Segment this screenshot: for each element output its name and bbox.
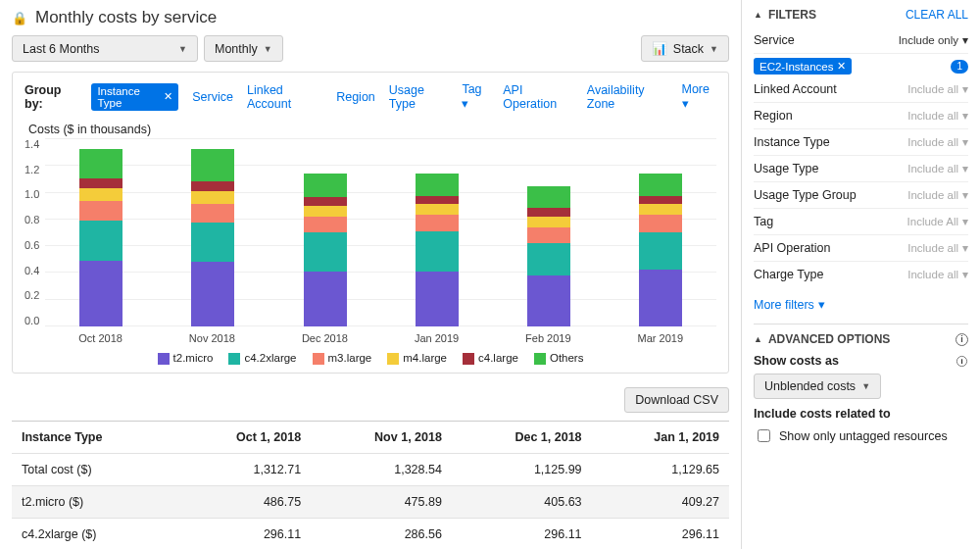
close-icon[interactable]: ✕ (837, 60, 846, 73)
untagged-checkbox[interactable] (758, 429, 770, 442)
bar-segment-c4-large[interactable] (527, 208, 570, 216)
bar-segment-m4-large[interactable] (416, 204, 459, 215)
more-filters-link[interactable]: More filters ▾ (754, 297, 825, 312)
legend-item[interactable]: Others (534, 352, 584, 365)
group-by-option-api-operation[interactable]: API Operation (503, 83, 573, 111)
group-by-option-linked-account[interactable]: Linked Account (247, 83, 322, 111)
bar-segment-c4-large[interactable] (191, 181, 234, 191)
info-icon[interactable]: i (956, 333, 968, 346)
bar-segment-c4-2xlarge[interactable] (304, 232, 347, 272)
bar-segment-m3-large[interactable] (191, 204, 234, 223)
bar-segment-c4-2xlarge[interactable] (527, 243, 570, 275)
filter-value[interactable]: Include all ▾ (907, 135, 968, 149)
filter-value[interactable]: Include only ▾ (899, 33, 968, 47)
filter-row-charge-type[interactable]: Charge TypeInclude all ▾ (754, 262, 968, 287)
bar-column[interactable] (304, 174, 347, 326)
bar-segment-c4-2xlarge[interactable] (416, 231, 459, 272)
bar-segment-Others[interactable] (79, 149, 122, 178)
filter-row-usage-type-group[interactable]: Usage Type GroupInclude all ▾ (754, 182, 968, 209)
bar-segment-Others[interactable] (639, 174, 682, 196)
table-header[interactable]: Dec 1, 2018 (452, 421, 592, 453)
download-csv-button[interactable]: Download CSV (624, 387, 729, 413)
group-by-option-tag[interactable]: Tag ▾ (462, 82, 489, 111)
time-range-dropdown[interactable]: Last 6 Months ▼ (12, 35, 198, 62)
bar-segment-t2-micro[interactable] (191, 262, 234, 326)
advanced-header[interactable]: ▲ ADVANCED OPTIONS i (754, 332, 968, 346)
stack-dropdown[interactable]: 📊 Stack ▼ (641, 35, 729, 62)
bar-segment-m3-large[interactable] (304, 217, 347, 232)
bar-column[interactable] (639, 174, 682, 326)
bar-segment-m3-large[interactable] (527, 227, 570, 243)
bar-segment-t2-micro[interactable] (639, 270, 682, 326)
info-icon[interactable]: i (956, 355, 967, 366)
bar-segment-m3-large[interactable] (639, 215, 682, 232)
close-icon[interactable]: ✕ (164, 90, 172, 103)
legend-item[interactable]: c4.large (463, 352, 518, 365)
group-by-active-chip[interactable]: Instance Type ✕ (91, 83, 178, 111)
filter-value[interactable]: Include all ▾ (907, 188, 968, 202)
filter-row-region[interactable]: RegionInclude all ▾ (754, 103, 968, 129)
filter-row-instance-type[interactable]: Instance TypeInclude all ▾ (754, 129, 968, 156)
bar-segment-c4-large[interactable] (639, 196, 682, 204)
filter-row-linked-account[interactable]: Linked AccountInclude all ▾ (754, 76, 968, 103)
table-header[interactable]: Jan 1, 2019 (592, 421, 729, 453)
filter-value[interactable]: Include All ▾ (907, 215, 968, 228)
filter-row-api-operation[interactable]: API OperationInclude all ▾ (754, 235, 968, 262)
bar-segment-m3-large[interactable] (416, 215, 459, 230)
bar-segment-c4-large[interactable] (79, 178, 122, 188)
bar-segment-Others[interactable] (191, 149, 234, 181)
bar-segment-Others[interactable] (416, 174, 459, 196)
caret-down-icon: ▾ (962, 268, 968, 281)
bar-segment-t2-micro[interactable] (304, 272, 347, 326)
bar-segment-m4-large[interactable] (304, 206, 347, 217)
bar-segment-m4-large[interactable] (79, 188, 122, 202)
filter-row-tag[interactable]: TagInclude All ▾ (754, 209, 968, 235)
group-by-option-usage-type[interactable]: Usage Type (389, 83, 449, 111)
bar-segment-c4-2xlarge[interactable] (639, 232, 682, 270)
filter-label: Tag (754, 215, 773, 228)
filter-row-service[interactable]: ServiceInclude only ▾ (754, 27, 968, 54)
bar-segment-m3-large[interactable] (79, 201, 122, 220)
bar-segment-Others[interactable] (304, 174, 347, 198)
bar-segment-t2-micro[interactable] (527, 275, 570, 326)
group-by-more[interactable]: More ▾ (682, 82, 717, 111)
caret-down-icon: ▾ (962, 188, 968, 202)
show-costs-dropdown[interactable]: Unblended costs ▼ (754, 374, 881, 399)
filters-header[interactable]: ▲ FILTERS CLEAR ALL (754, 8, 968, 22)
filter-chip[interactable]: EC2-Instances ✕ (754, 58, 852, 75)
bar-segment-c4-2xlarge[interactable] (79, 221, 122, 261)
bar-column[interactable] (191, 149, 234, 326)
bar-column[interactable] (527, 186, 570, 326)
legend-item[interactable]: c4.2xlarge (228, 352, 296, 365)
filter-value[interactable]: Include all ▾ (907, 162, 968, 175)
table-header[interactable]: Oct 1, 2018 (174, 421, 311, 453)
legend-item[interactable]: t2.micro (158, 352, 214, 365)
bar-segment-c4-large[interactable] (304, 197, 347, 205)
bar-segment-m4-large[interactable] (639, 204, 682, 215)
clear-all-link[interactable]: CLEAR ALL (906, 8, 968, 22)
table-cell: 486.75 (174, 485, 311, 518)
table-header[interactable]: Instance Type (12, 421, 174, 453)
bar-segment-t2-micro[interactable] (416, 272, 459, 326)
filter-row-usage-type[interactable]: Usage TypeInclude all ▾ (754, 156, 968, 182)
bar-segment-c4-2xlarge[interactable] (191, 223, 234, 262)
bar-column[interactable] (79, 149, 122, 326)
granularity-dropdown[interactable]: Monthly ▼ (204, 35, 283, 62)
filter-value[interactable]: Include all ▾ (907, 109, 968, 123)
filter-value[interactable]: Include all ▾ (907, 241, 968, 255)
filter-value[interactable]: Include all ▾ (907, 82, 968, 96)
bar-segment-m4-large[interactable] (527, 217, 570, 227)
legend-item[interactable]: m3.large (313, 352, 372, 365)
group-by-option-service[interactable]: Service (192, 90, 233, 104)
bar-segment-m4-large[interactable] (191, 191, 234, 205)
bar-segment-t2-micro[interactable] (79, 261, 122, 326)
group-by-option-availability-zone[interactable]: Availability Zone (587, 83, 668, 111)
bar-segment-Others[interactable] (527, 186, 570, 208)
legend-item[interactable]: m4.large (387, 352, 447, 365)
untagged-checkbox-row[interactable]: Show only untagged resources (754, 426, 968, 445)
bar-segment-c4-large[interactable] (416, 196, 459, 204)
table-header[interactable]: Nov 1, 2018 (311, 421, 452, 453)
bar-column[interactable] (416, 174, 459, 326)
filter-value[interactable]: Include all ▾ (907, 268, 968, 281)
group-by-option-region[interactable]: Region (336, 90, 375, 104)
